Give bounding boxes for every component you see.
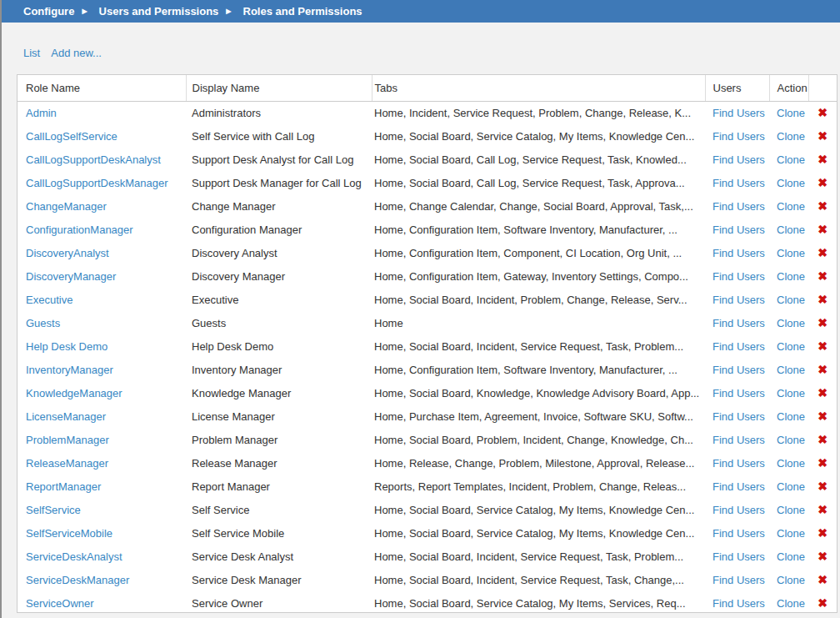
role-name-link[interactable]: KnowledgeManager [26,387,122,399]
find-users-link[interactable]: Find Users [712,153,765,166]
find-users-link[interactable]: Find Users [712,480,765,493]
role-name-link[interactable]: Help Desk Demo [26,340,108,353]
role-name-link[interactable]: ServiceDeskAnalyst [26,550,122,563]
clone-link[interactable]: Clone [777,270,805,283]
tabs-text: Home [374,317,403,329]
clone-link[interactable]: Clone [777,177,805,189]
breadcrumb-arrow-icon: ▶ [82,8,87,15]
role-name-link[interactable]: SelfService [26,504,81,516]
find-users-link[interactable]: Find Users [712,177,765,189]
delete-icon[interactable]: ✖ [818,526,828,540]
find-users-link[interactable]: Find Users [712,504,765,516]
role-name-link[interactable]: CallLogSelfService [26,130,118,143]
role-name-link[interactable]: ChangeManager [26,200,107,213]
add-new-link[interactable]: Add new... [51,47,102,59]
role-name-link[interactable]: Admin [26,107,57,119]
role-name-link[interactable]: ReportManager [26,480,101,493]
clone-link[interactable]: Clone [777,480,805,493]
table-row: ReleaseManager Release Manager Home, Rel… [18,451,837,475]
delete-icon[interactable]: ✖ [818,199,828,213]
role-name-link[interactable]: ConfigurationManager [26,224,133,236]
find-users-link[interactable]: Find Users [712,550,765,563]
delete-icon[interactable]: ✖ [818,223,828,236]
delete-icon[interactable]: ✖ [818,246,828,259]
display-name-text: Knowledge Manager [192,387,291,399]
clone-link[interactable]: Clone [777,504,805,516]
clone-link[interactable]: Clone [777,527,805,540]
find-users-link[interactable]: Find Users [712,434,765,446]
delete-icon[interactable]: ✖ [818,550,828,563]
table-row: CallLogSupportDeskAnalyst Support Desk A… [18,148,837,171]
delete-icon[interactable]: ✖ [818,596,828,610]
clone-link[interactable]: Clone [777,247,805,259]
delete-icon[interactable]: ✖ [818,293,828,306]
role-name-link[interactable]: Guests [26,317,60,329]
delete-icon[interactable]: ✖ [818,339,828,353]
find-users-link[interactable]: Find Users [712,574,765,586]
role-name-link[interactable]: ServiceDeskManager [26,574,129,586]
find-users-link[interactable]: Find Users [712,270,765,283]
find-users-link[interactable]: Find Users [712,340,765,353]
clone-link[interactable]: Clone [777,107,805,119]
find-users-link[interactable]: Find Users [712,294,765,306]
delete-icon[interactable]: ✖ [818,573,828,586]
role-name-link[interactable]: SelfServiceMobile [26,527,112,540]
display-name-text: Problem Manager [192,434,278,446]
delete-icon[interactable]: ✖ [818,269,828,283]
clone-link[interactable]: Clone [777,294,805,306]
clone-link[interactable]: Clone [777,387,805,399]
clone-link[interactable]: Clone [777,550,805,563]
find-users-link[interactable]: Find Users [712,597,765,610]
delete-icon[interactable]: ✖ [818,153,828,166]
clone-link[interactable]: Clone [777,434,805,446]
delete-icon[interactable]: ✖ [818,363,828,376]
list-link[interactable]: List [23,47,40,59]
role-name-link[interactable]: ReleaseManager [26,457,108,470]
delete-icon[interactable]: ✖ [818,503,828,516]
breadcrumb-item-roles-and-permissions[interactable]: Roles and Permissions [243,5,362,18]
delete-icon[interactable]: ✖ [818,409,828,423]
find-users-link[interactable]: Find Users [712,200,765,213]
find-users-link[interactable]: Find Users [712,457,765,470]
find-users-link[interactable]: Find Users [712,107,765,119]
find-users-link[interactable]: Find Users [712,130,765,143]
find-users-link[interactable]: Find Users [712,317,765,329]
find-users-link[interactable]: Find Users [712,364,765,376]
role-name-link[interactable]: ServiceOwner [26,597,94,610]
find-users-link[interactable]: Find Users [712,410,765,423]
find-users-link[interactable]: Find Users [712,224,765,236]
role-name-link[interactable]: LicenseManager [26,410,106,423]
role-name-link[interactable]: DiscoveryAnalyst [26,247,109,259]
find-users-link[interactable]: Find Users [712,387,765,399]
delete-icon[interactable]: ✖ [818,433,828,446]
role-name-link[interactable]: CallLogSupportDeskManager [26,177,168,189]
delete-icon[interactable]: ✖ [818,386,828,399]
clone-link[interactable]: Clone [777,597,805,610]
delete-icon[interactable]: ✖ [818,176,828,189]
tabs-text: Home, Social Board, Service Catalog, My … [374,130,694,143]
delete-icon[interactable]: ✖ [818,106,828,119]
delete-icon[interactable]: ✖ [818,316,828,329]
breadcrumb-item-users-and-permissions[interactable]: Users and Permissions [99,5,219,18]
role-name-link[interactable]: InventoryManager [26,364,113,376]
role-name-link[interactable]: CallLogSupportDeskAnalyst [26,153,161,166]
find-users-link[interactable]: Find Users [712,247,765,259]
clone-link[interactable]: Clone [777,224,805,236]
breadcrumb-item-configure[interactable]: Configure [23,5,74,18]
clone-link[interactable]: Clone [777,317,805,329]
delete-icon[interactable]: ✖ [818,456,828,470]
clone-link[interactable]: Clone [777,410,805,423]
delete-icon[interactable]: ✖ [818,129,828,143]
role-name-link[interactable]: ProblemManager [26,434,109,446]
clone-link[interactable]: Clone [777,457,805,470]
delete-icon[interactable]: ✖ [818,480,828,493]
find-users-link[interactable]: Find Users [712,527,765,540]
clone-link[interactable]: Clone [777,130,805,143]
clone-link[interactable]: Clone [777,153,805,166]
role-name-link[interactable]: DiscoveryManager [26,270,116,283]
clone-link[interactable]: Clone [777,574,805,586]
role-name-link[interactable]: Executive [26,294,72,306]
clone-link[interactable]: Clone [777,364,805,376]
clone-link[interactable]: Clone [777,200,805,213]
clone-link[interactable]: Clone [777,340,805,353]
